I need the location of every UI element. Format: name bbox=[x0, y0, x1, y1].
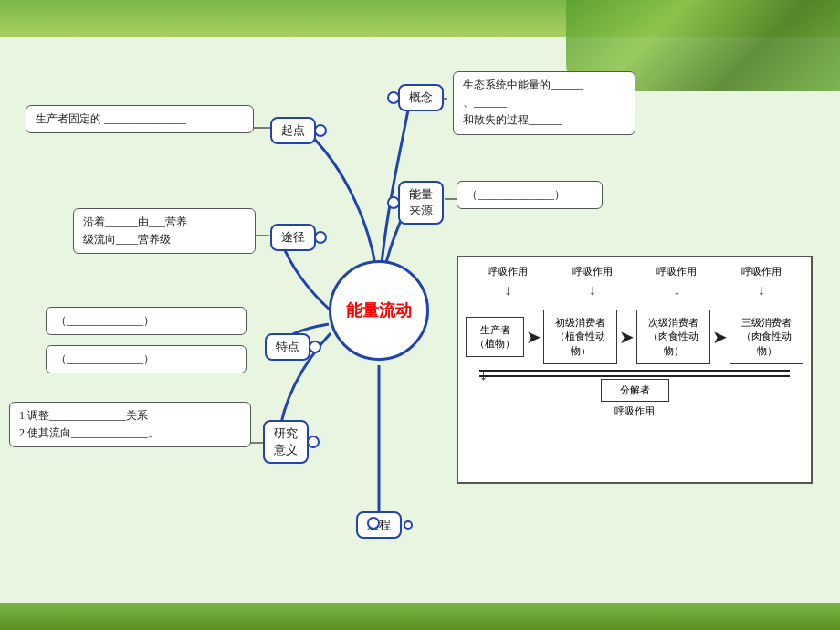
resp-label-4: 呼吸作用 bbox=[741, 265, 782, 278]
background-bottom bbox=[0, 603, 840, 630]
branch-tedian: 特点 bbox=[265, 333, 310, 361]
chain-consumer1: 初级消费者 （植食性动物） bbox=[543, 310, 617, 364]
center-node: 能量流动 bbox=[329, 260, 429, 361]
chain-producer: 生产者 （植物） bbox=[466, 317, 524, 358]
content-gainian: 生态系统中能量的______ 、______ 和散失的过程______ bbox=[453, 71, 635, 135]
decomposer-row: 分解者 呼吸作用 bbox=[466, 375, 803, 418]
chain-consumer3: 三级消费者 （肉食性动物） bbox=[730, 310, 803, 364]
branch-guocheng: 过程 bbox=[356, 511, 402, 539]
decomposer-resp-label: 呼吸作用 bbox=[614, 404, 655, 418]
food-chain-row: 生产者 （植物） ➤ 初级消费者 （植食性动物） ➤ 次级消费者 （肉食性动物）… bbox=[466, 310, 803, 364]
resp-label-1: 呼吸作用 bbox=[488, 265, 528, 278]
content-tedian-1: （______________） bbox=[46, 307, 247, 335]
chain-consumer2: 次级消费者 （肉食性动物） bbox=[636, 310, 710, 364]
food-chain-diagram: 呼吸作用 呼吸作用 呼吸作用 呼吸作用 ↓ ↓ ↓ ↓ 生产者 （植物） ➤ 初… bbox=[457, 256, 813, 484]
chain-arrow-2: ➤ bbox=[619, 326, 635, 348]
branch-qidian: 起点 bbox=[270, 117, 316, 144]
resp-label-3: 呼吸作用 bbox=[656, 265, 697, 278]
branch-gainian: 概念 bbox=[398, 84, 444, 111]
content-tujing: 沿着______由___营养 级流向____营养级 bbox=[73, 208, 256, 254]
branch-nengliang-laiyuan: 能量来源 bbox=[398, 181, 444, 225]
branch-tujing: 途径 bbox=[270, 224, 316, 251]
chain-arrow-1: ➤ bbox=[526, 326, 541, 348]
content-qidian: 生产者固定的 _______________ bbox=[26, 105, 254, 133]
decomposer-box: 分解者 bbox=[601, 379, 669, 402]
main-canvas: 能量流动 起点 生产者固定的 _______________ 概念 生态系统中能… bbox=[0, 37, 840, 603]
content-nengliang-laiyuan: （______________） bbox=[457, 181, 603, 209]
branch-yanjiu-yiyi: 研究意义 bbox=[263, 420, 309, 464]
content-yanjiu-yiyi: 1.调整______________关系 2.使其流向_____________… bbox=[9, 402, 251, 447]
chain-arrow-3: ➤ bbox=[712, 326, 728, 348]
respiration-labels-row: 呼吸作用 呼吸作用 呼吸作用 呼吸作用 bbox=[466, 265, 803, 278]
center-node-label: 能量流动 bbox=[346, 299, 412, 321]
content-tedian-2: （______________） bbox=[46, 345, 247, 373]
resp-label-2: 呼吸作用 bbox=[572, 265, 613, 278]
